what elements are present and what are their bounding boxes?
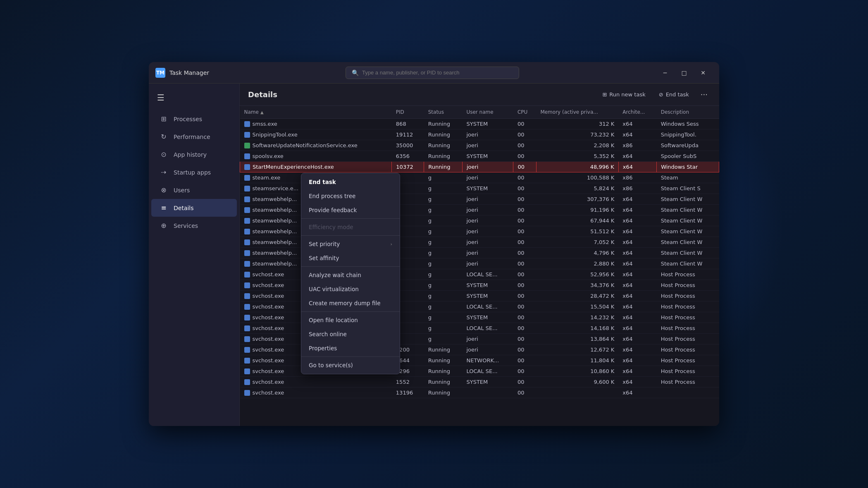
- cell-user: LOCAL SE...: [462, 269, 513, 280]
- cell-description: Host Process: [657, 312, 719, 323]
- sidebar-label-app-history: App history: [174, 151, 207, 158]
- ctx-item-search-online[interactable]: Search online: [301, 327, 400, 341]
- ctx-item-set-priority[interactable]: Set priority ›: [301, 237, 400, 251]
- cell-memory: 12,672 K: [536, 344, 618, 355]
- cell-memory: 14,232 K: [536, 312, 618, 323]
- sidebar-label-details: Details: [174, 205, 194, 211]
- cell-memory: 67,944 K: [536, 215, 618, 226]
- cell-arch: x64: [618, 366, 656, 377]
- cell-cpu: 00: [513, 119, 536, 129]
- ctx-item-set-affinity[interactable]: Set affinity: [301, 251, 400, 265]
- ctx-item-uac-virtualization[interactable]: UAC virtualization: [301, 282, 400, 296]
- ctx-item-create-memory-dump[interactable]: Create memory dump file: [301, 296, 400, 310]
- table-row[interactable]: smss.exe 868 Running SYSTEM 00 312 K x64…: [240, 119, 719, 129]
- cell-cpu: 00: [513, 323, 536, 334]
- ctx-item-provide-feedback[interactable]: Provide feedback: [301, 203, 400, 217]
- cell-description: Host Process: [657, 334, 719, 344]
- sidebar-item-details[interactable]: ≡ Details: [151, 199, 237, 217]
- cell-memory: 73,232 K: [536, 129, 618, 140]
- sidebar-label-users: Users: [174, 187, 190, 194]
- sidebar-label-services: Services: [174, 222, 198, 229]
- sidebar-icon-details: ≡: [160, 204, 168, 212]
- cell-user: joeri: [462, 194, 513, 205]
- sidebar-item-startup-apps[interactable]: ⇢ Startup apps: [151, 163, 237, 181]
- cell-user: joeri: [462, 344, 513, 355]
- run-new-task-button[interactable]: ⊞ Run new task: [597, 89, 650, 100]
- cell-user: joeri: [462, 129, 513, 140]
- table-row[interactable]: svchost.exe 1552 Running SYSTEM 00 9,600…: [240, 377, 719, 388]
- cell-memory: 5,824 K: [536, 183, 618, 194]
- cell-arch: x64: [618, 119, 656, 129]
- table-row[interactable]: svchost.exe 13196 Running 00 x64: [240, 388, 719, 398]
- cell-status: g: [424, 215, 463, 226]
- sidebar-item-users[interactable]: ⊗ Users: [151, 181, 237, 199]
- search-input[interactable]: [362, 69, 513, 76]
- table-row[interactable]: spoolsv.exe 6356 Running SYSTEM 00 5,352…: [240, 151, 719, 162]
- cell-cpu: 00: [513, 162, 536, 172]
- ctx-item-go-to-services[interactable]: Go to service(s): [301, 358, 400, 372]
- cell-description: SnippingTool.: [657, 129, 719, 140]
- cell-memory: 9,600 K: [536, 377, 618, 388]
- close-button[interactable]: ✕: [694, 65, 713, 80]
- cell-status: g: [424, 258, 463, 269]
- search-box[interactable]: 🔍: [346, 67, 519, 79]
- cell-user: joeri: [462, 258, 513, 269]
- sidebar-menu-button[interactable]: ☰: [149, 89, 239, 107]
- ctx-item-end-task[interactable]: End task: [301, 175, 400, 189]
- ctx-separator-sep1: [301, 218, 400, 219]
- cell-arch: x64: [618, 312, 656, 323]
- sidebar-item-app-history[interactable]: ⊙ App history: [151, 146, 237, 163]
- cell-name: StartMenuExperienceHost.exe: [240, 162, 392, 172]
- ctx-item-open-file-location[interactable]: Open file location: [301, 313, 400, 327]
- cell-description: Host Process: [657, 355, 719, 366]
- table-row[interactable]: StartMenuExperienceHost.exe 10372 Runnin…: [240, 162, 719, 172]
- cell-cpu: 00: [513, 301, 536, 312]
- cell-pid: 10372: [392, 162, 424, 172]
- end-task-toolbar-button[interactable]: ⊘ End task: [654, 89, 694, 100]
- cell-cpu: 00: [513, 344, 536, 355]
- ctx-separator-sep2: [301, 235, 400, 236]
- ctx-item-efficiency-mode: Efficiency mode: [301, 220, 400, 234]
- cell-cpu: 00: [513, 334, 536, 344]
- ctx-label-set-priority: Set priority: [309, 241, 340, 247]
- cell-name: svchost.exe: [240, 388, 392, 398]
- cell-memory: 15,504 K: [536, 301, 618, 312]
- ctx-item-analyze-wait-chain[interactable]: Analyze wait chain: [301, 268, 400, 282]
- cell-name: smss.exe: [240, 119, 392, 129]
- more-options-button[interactable]: ···: [697, 89, 711, 100]
- cell-description: Windows Star: [657, 162, 719, 172]
- cell-arch: x64: [618, 205, 656, 215]
- maximize-button[interactable]: □: [675, 65, 694, 80]
- titlebar: TM Task Manager 🔍 ─ □ ✕: [149, 62, 719, 84]
- cell-status: Running: [424, 377, 463, 388]
- cell-arch: x64: [618, 129, 656, 140]
- cell-description: Host Process: [657, 366, 719, 377]
- window-controls: ─ □ ✕: [656, 65, 713, 80]
- cell-description: Steam Client W: [657, 226, 719, 237]
- table-row[interactable]: SoftwareUpdateNotificationService.exe 35…: [240, 140, 719, 151]
- cell-arch: x64: [618, 215, 656, 226]
- col-header-name[interactable]: Name ▲: [240, 106, 392, 119]
- cell-user: joeri: [462, 334, 513, 344]
- cell-arch: x64: [618, 258, 656, 269]
- task-manager-window: TM Task Manager 🔍 ─ □ ✕ ☰ ⊞ Processes ↻ …: [149, 62, 719, 426]
- cell-user: SYSTEM: [462, 151, 513, 162]
- cell-user: joeri: [462, 172, 513, 183]
- cell-description: Steam Client W: [657, 194, 719, 205]
- cell-user: joeri: [462, 215, 513, 226]
- ctx-item-end-process-tree[interactable]: End process tree: [301, 189, 400, 203]
- ctx-item-properties[interactable]: Properties: [301, 341, 400, 355]
- sidebar-item-performance[interactable]: ↻ Performance: [151, 128, 237, 146]
- sidebar-item-services[interactable]: ⊕ Services: [151, 217, 237, 234]
- cell-user: LOCAL SE...: [462, 301, 513, 312]
- cell-status: g: [424, 183, 463, 194]
- minimize-button[interactable]: ─: [656, 65, 675, 80]
- sidebar-icon-performance: ↻: [160, 133, 168, 141]
- cell-arch: x86: [618, 140, 656, 151]
- sidebar-item-processes[interactable]: ⊞ Processes: [151, 110, 237, 128]
- table-row[interactable]: SnippingTool.exe 19112 Running joeri 00 …: [240, 129, 719, 140]
- cell-arch: x64: [618, 248, 656, 258]
- sidebar-icon-app-history: ⊙: [160, 151, 168, 158]
- sidebar-label-processes: Processes: [174, 116, 202, 122]
- cell-memory: 7,052 K: [536, 237, 618, 248]
